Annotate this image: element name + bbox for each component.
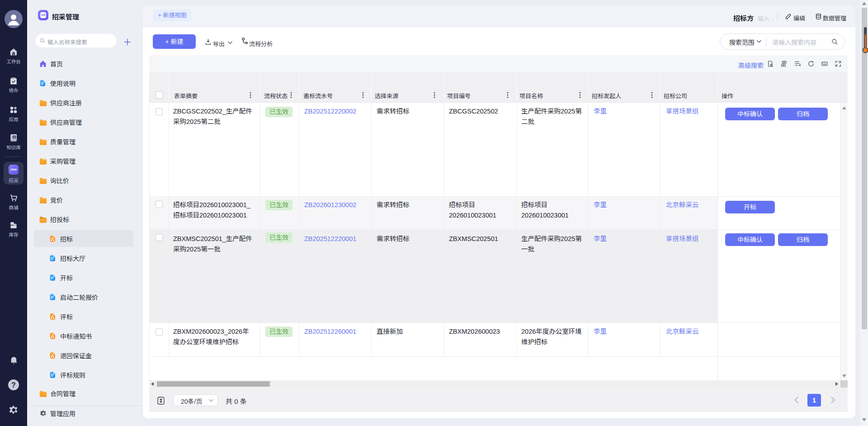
svg-text:AI: AI <box>13 136 15 138</box>
svg-text:?: ? <box>11 381 16 389</box>
